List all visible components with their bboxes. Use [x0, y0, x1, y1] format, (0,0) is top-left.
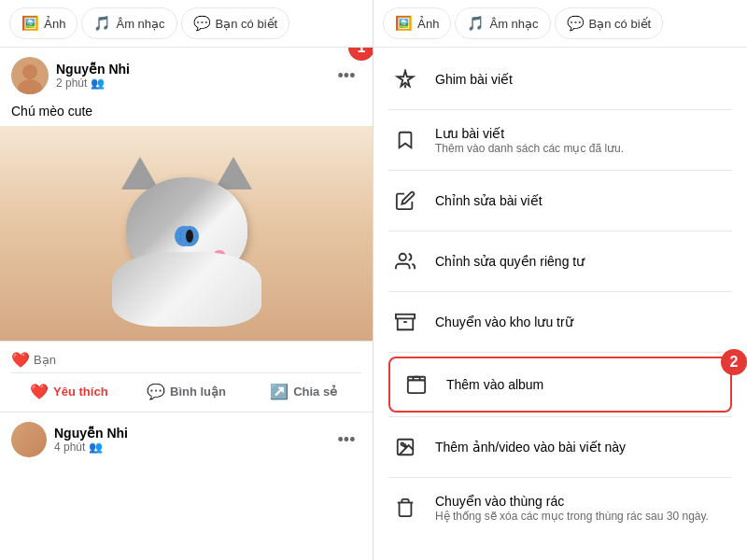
menu-item-quyen-rieng-tu[interactable]: Chỉnh sửa quyền riêng tư: [374, 233, 747, 289]
menu-item-chinh-sua[interactable]: Chỉnh sửa bài viết: [374, 173, 747, 229]
left-nav-tabs: 🖼️ Ảnh 🎵 Âm nhạc 💬 Bạn có biết: [0, 0, 373, 48]
more-options-button[interactable]: ••• 1: [331, 61, 361, 91]
divider-7: [388, 477, 732, 478]
menu-item-ghim[interactable]: Ghim bài viết: [374, 51, 747, 107]
binh-luan-icon: 💬: [147, 383, 165, 400]
left-panel: 🖼️ Ảnh 🎵 Âm nhạc 💬 Bạn có biết Nguyễn Nh…: [0, 0, 374, 560]
heart-reaction-icon: ❤️: [11, 351, 30, 369]
photo-icon-left: 🖼️: [21, 15, 39, 32]
svg-rect-5: [396, 315, 415, 319]
svg-point-4: [400, 254, 406, 260]
binh-luan-button[interactable]: 💬 Bình luận: [129, 377, 245, 406]
photo-icon-right: 🖼️: [395, 15, 413, 32]
menu-text-thung-rac: Chuyển vào thùng rác Hệ thống sẽ xóa các…: [435, 494, 732, 523]
post-image: [0, 126, 373, 341]
music-icon-left: 🎵: [93, 15, 111, 32]
archive-icon: [388, 305, 422, 339]
add-photo-icon: [388, 430, 422, 464]
bookmark-icon: [388, 123, 422, 157]
chia-se-icon: ↗️: [270, 383, 289, 400]
post-meta: 2 phút 👥: [56, 77, 331, 90]
menu-item-them-album[interactable]: Thêm vào album: [388, 357, 732, 413]
post-text: Chú mèo cute: [0, 100, 373, 126]
more-options-preview-button[interactable]: •••: [331, 425, 361, 455]
edit-icon: [388, 184, 422, 217]
tab-anh-right[interactable]: 🖼️ Ảnh: [383, 7, 451, 39]
album-icon: [400, 368, 433, 401]
menu-text-them-anh: Thêm ảnh/video vào bài viết này: [435, 440, 732, 455]
menu-item-kho-luu-tru[interactable]: Chuyển vào kho lưu trữ: [374, 294, 747, 350]
menu-item-them-anh[interactable]: Thêm ảnh/video vào bài viết này: [374, 419, 747, 475]
cat-body-decor: [112, 252, 261, 327]
chat-icon-right: 💬: [567, 15, 585, 32]
post-preview: Nguyễn Nhi 4 phút 👥 •••: [0, 412, 373, 467]
music-icon-right: 🎵: [467, 15, 485, 32]
right-panel: 🖼️ Ảnh 🎵 Âm nhạc 💬 Bạn có biết Ghim bài …: [374, 0, 747, 560]
reactions-row: ❤️ Bạn: [11, 347, 361, 372]
avatar: [11, 57, 49, 94]
preview-user-name: Nguyễn Nhi: [54, 426, 331, 441]
divider-3: [388, 231, 732, 231]
post-card: Nguyễn Nhi 2 phút 👥 ••• 1 Chú mèo cute: [0, 48, 373, 560]
tab-am-nhac-left[interactable]: 🎵 Âm nhạc: [81, 7, 176, 39]
cat-pupil-right-decor: [186, 230, 193, 243]
badge-1: 1: [348, 48, 373, 61]
divider-6: [388, 416, 732, 417]
preview-info: Nguyễn Nhi 4 phút 👥: [54, 426, 331, 454]
divider-2: [388, 170, 732, 171]
dropdown-menu: Ghim bài viết Lưu bài viết Thêm vào danh…: [374, 48, 747, 560]
svg-rect-7: [408, 380, 425, 393]
post-header: Nguyễn Nhi 2 phút 👥 ••• 1: [0, 48, 373, 100]
divider-5: [388, 352, 732, 353]
menu-item-luu[interactable]: Lưu bài viết Thêm vào danh sách các mục …: [374, 112, 747, 168]
cat-eye-right-decor: [180, 226, 199, 246]
preview-friends-icon: 👥: [89, 441, 103, 454]
menu-text-luu: Lưu bài viết Thêm vào danh sách các mục …: [435, 126, 732, 155]
chat-icon-left: 💬: [193, 15, 211, 32]
user-name: Nguyễn Nhi: [56, 62, 331, 77]
divider-4: [388, 291, 732, 292]
cat-ear-right-decor: [215, 157, 252, 189]
cat-ear-left-decor: [121, 157, 159, 189]
post-actions: ❤️ Bạn ❤️ Yêu thích 💬 Bình luận ↗️ Chia …: [0, 341, 373, 412]
friends-icon: 👥: [91, 77, 105, 90]
chia-se-button[interactable]: ↗️ Chia sẻ: [246, 377, 361, 406]
menu-item-thung-rac[interactable]: Chuyển vào thùng rác Hệ thống sẽ xóa các…: [374, 480, 747, 536]
badge-2: 2: [721, 349, 747, 375]
tab-ban-co-biet-left[interactable]: 💬 Bạn có biết: [181, 7, 290, 39]
user-info: Nguyễn Nhi 2 phút 👥: [56, 62, 331, 90]
menu-text-kho-luu-tru: Chuyển vào kho lưu trữ: [435, 315, 732, 329]
svg-rect-8: [408, 377, 425, 381]
privacy-icon: [388, 245, 422, 278]
menu-text-chinh-sua: Chỉnh sửa bài viết: [435, 193, 732, 208]
action-buttons: ❤️ Yêu thích 💬 Bình luận ↗️ Chia sẻ: [11, 372, 361, 406]
divider-1: [388, 109, 732, 110]
right-nav-tabs: 🖼️ Ảnh 🎵 Âm nhạc 💬 Bạn có biết: [374, 0, 747, 48]
svg-point-10: [401, 442, 403, 445]
tab-anh-left[interactable]: 🖼️ Ảnh: [9, 7, 78, 39]
menu-text-quyen-rieng-tu: Chỉnh sửa quyền riêng tư: [435, 254, 732, 269]
svg-point-1: [22, 64, 37, 79]
trash-icon: [388, 491, 422, 525]
menu-text-them-album: Thêm vào album: [446, 377, 721, 392]
menu-text-ghim: Ghim bài viết: [435, 72, 732, 87]
avatar-preview: [11, 422, 47, 457]
tab-am-nhac-right[interactable]: 🎵 Âm nhạc: [455, 7, 550, 39]
preview-time: 4 phút 👥: [54, 441, 331, 454]
pin-icon: [388, 63, 422, 96]
yeu-thich-button[interactable]: ❤️ Yêu thích: [11, 377, 127, 406]
yeu-thich-icon: ❤️: [30, 383, 49, 400]
tab-ban-co-biet-right[interactable]: 💬 Bạn có biết: [555, 7, 664, 39]
